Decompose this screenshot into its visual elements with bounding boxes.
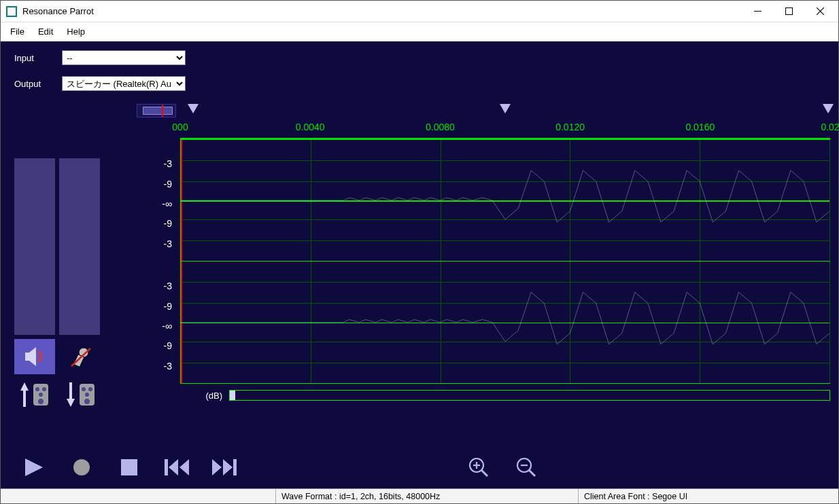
- time-tick: 0.0120: [555, 122, 585, 132]
- overview-strip[interactable]: [137, 104, 176, 118]
- svg-rect-24: [233, 459, 237, 475]
- time-tick: 000: [172, 122, 188, 132]
- svg-point-10: [82, 387, 86, 391]
- h-zoom-out-button[interactable]: [507, 454, 546, 480]
- status-font: Client Area Font : Segoe UI: [579, 489, 838, 503]
- db-tick: -3: [131, 158, 172, 169]
- db-scale: -3-9-∞-9-3-3-9-∞-9-3: [131, 103, 180, 449]
- record-button[interactable]: [62, 454, 101, 480]
- svg-point-21: [73, 459, 90, 475]
- time-marker[interactable]: [188, 104, 199, 113]
- menu-help[interactable]: Help: [60, 24, 92, 39]
- h-zoom-in-button[interactable]: [459, 454, 498, 480]
- io-panel: Input -- Output スピーカー (Realtek(R) Au: [1, 41, 838, 103]
- transport-bar: [1, 449, 838, 488]
- input-select[interactable]: --: [62, 50, 186, 65]
- meter-right: [59, 158, 100, 335]
- db-tick: -9: [131, 218, 172, 229]
- status-bar: Wave Format : id=1, 2ch, 16bits, 48000Hz…: [1, 488, 838, 503]
- time-tick: 0.0160: [685, 122, 715, 132]
- svg-point-7: [39, 393, 43, 397]
- close-button[interactable]: [804, 1, 836, 22]
- waveform-panel: -3-9-∞-9-3-3-9-∞-9-3 (Sec) 0000.00400.00…: [131, 103, 830, 449]
- play-button[interactable]: [14, 454, 54, 480]
- skip-start-button[interactable]: [157, 454, 196, 480]
- time-tick: 0.0080: [426, 122, 455, 132]
- db-tick: -∞: [131, 198, 172, 209]
- minimize-button[interactable]: [742, 1, 773, 22]
- menu-file[interactable]: File: [3, 24, 31, 39]
- output-select[interactable]: スピーカー (Realtek(R) Au: [62, 76, 186, 91]
- time-marker[interactable]: [823, 104, 834, 113]
- output-label: Output: [14, 79, 62, 89]
- db-tick: -3: [131, 238, 172, 249]
- meter-left: [14, 158, 55, 335]
- db-tick: -3: [131, 281, 172, 291]
- svg-rect-22: [121, 459, 137, 475]
- db-tick: -9: [131, 301, 172, 312]
- maximize-button[interactable]: [773, 1, 804, 22]
- speaker-toggle[interactable]: [14, 339, 55, 374]
- db-tick: -9: [131, 340, 172, 351]
- time-tick: 0.0040: [296, 122, 325, 132]
- client-area: Input -- Output スピーカー (Realtek(R) Au: [1, 41, 838, 488]
- skip-end-button[interactable]: [205, 454, 244, 480]
- stop-button[interactable]: [109, 454, 149, 480]
- position-bar[interactable]: [229, 390, 830, 401]
- app-icon: [6, 6, 17, 17]
- wave-area: (Sec) 0000.00400.00800.01200.01600.02 (d…: [180, 103, 830, 449]
- svg-rect-23: [165, 459, 168, 475]
- svg-point-13: [84, 399, 90, 404]
- svg-line-26: [481, 470, 487, 476]
- title-bar: Resonance Parrot: [1, 1, 838, 22]
- svg-point-5: [35, 387, 39, 391]
- db-tick: -3: [131, 361, 172, 372]
- level-meters: [14, 158, 124, 335]
- db-unit-label: (dB): [180, 391, 229, 401]
- workspace: -3-9-∞-9-3-3-9-∞-9-3 (Sec) 0000.00400.00…: [1, 103, 838, 449]
- svg-point-6: [42, 387, 46, 391]
- app-window: Resonance Parrot File Edit Help Input --…: [0, 0, 839, 504]
- window-title: Resonance Parrot: [22, 6, 742, 16]
- time-axis: (Sec) 0000.00400.00800.01200.01600.02: [180, 119, 830, 139]
- tracks: [180, 139, 830, 384]
- effects-down-button[interactable]: [61, 377, 101, 412]
- svg-point-11: [88, 387, 92, 391]
- effects-up-button[interactable]: [14, 377, 55, 412]
- mic-toggle[interactable]: [61, 339, 101, 374]
- track-right[interactable]: [180, 262, 830, 384]
- svg-point-12: [85, 393, 89, 397]
- input-label: Input: [14, 53, 62, 63]
- svg-point-8: [38, 399, 44, 404]
- left-panel: [14, 103, 124, 449]
- menu-bar: File Edit Help: [1, 22, 838, 41]
- svg-rect-0: [785, 8, 792, 15]
- time-marker[interactable]: [500, 104, 511, 113]
- track-left[interactable]: [180, 139, 830, 262]
- svg-line-30: [529, 470, 535, 476]
- time-marker-row[interactable]: [180, 103, 830, 119]
- db-tick: -∞: [131, 321, 172, 331]
- time-tick: 0.02: [821, 122, 839, 132]
- db-tick: -9: [131, 179, 172, 190]
- menu-edit[interactable]: Edit: [31, 24, 60, 39]
- status-wave-format: Wave Format : id=1, 2ch, 16bits, 48000Hz: [276, 489, 579, 503]
